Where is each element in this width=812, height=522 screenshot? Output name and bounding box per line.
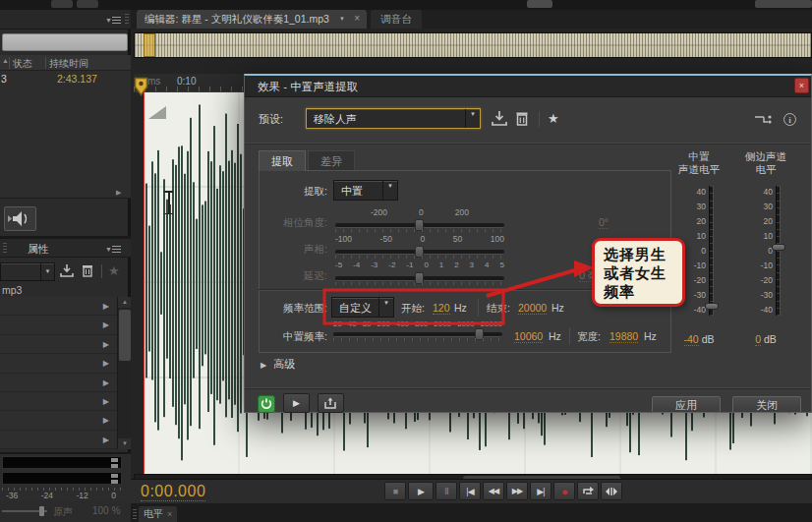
routing-icon[interactable] [754,113,774,131]
playhead-line[interactable] [144,92,145,474]
skip-to-start-button[interactable]: |◀ [459,482,481,500]
favorite-star-icon[interactable]: ★ [548,111,567,129]
workspace-button[interactable] [755,0,812,8]
scrollbar-thumb[interactable] [119,310,131,361]
play-button[interactable]: ▶ [408,482,434,500]
list-item[interactable]: ▶ [0,297,117,316]
dialog-titlebar[interactable]: 效果 - 中置声道提取 × [245,76,811,97]
sort-asc-icon[interactable]: ▲ [2,57,9,64]
apply-button[interactable]: 应用 [652,396,721,413]
expand-arrow-icon[interactable]: ▶ [103,378,109,387]
list-item[interactable]: ▶ [0,431,117,449]
expand-arrow-icon[interactable]: ▶ [103,435,109,444]
frequency-range-dropdown[interactable]: 自定义 ▼ [331,297,394,318]
toolbar-button[interactable] [51,0,73,8]
extract-dropdown[interactable]: 中置 ▼ [333,180,398,201]
tab-levels[interactable]: 电平× [139,506,177,522]
close-button[interactable]: 关闭 [732,396,801,413]
file-row[interactable]: 3 2:43.137 [0,72,131,87]
list-text: 5 [499,261,503,269]
play-entire-file-button[interactable] [318,393,344,413]
info-icon[interactable]: i [783,113,796,126]
scroll-up-icon[interactable]: ▲ [118,297,132,308]
dialog-title: 效果 - 中置声道提取 [258,80,358,94]
list-item[interactable]: ▶ [0,374,117,392]
end-value[interactable]: 20000 [518,302,547,315]
expand-arrow-icon[interactable]: ▶ [103,359,109,368]
expand-arrow-icon[interactable]: ▶ [103,416,109,425]
loop-playback-button[interactable] [577,482,599,500]
center-level-slider[interactable] [709,186,714,316]
volume-slider-handle[interactable] [39,506,44,516]
expand-arrow-icon[interactable]: ▶ [103,302,109,311]
toolbar-button[interactable] [527,0,552,8]
tab-close-icon[interactable]: × [167,509,172,519]
vertical-scrollbar[interactable]: ▲ ▼ [117,297,131,449]
file-name: 3 [1,73,7,85]
list-item[interactable]: ▶ [0,316,117,334]
save-preset-icon[interactable] [491,110,510,128]
column-status[interactable]: 状态 [13,57,32,71]
center-level-number[interactable]: -40 [684,333,699,346]
tab-dropdown-icon[interactable]: ▼ [339,16,345,22]
favorite-star-icon[interactable]: ★ [108,263,126,279]
scroll-right-icon[interactable]: ▶ [116,189,121,197]
list-item[interactable]: ▶ [0,411,117,430]
expand-arrow-icon[interactable]: ▶ [103,340,109,349]
width-value[interactable]: 19880 [609,330,638,343]
advanced-toggle[interactable]: ▶高级 [261,357,295,372]
panel-grip[interactable] [133,509,137,520]
list-item[interactable]: ▶ [0,335,117,354]
pause-button[interactable]: ‖ [435,482,457,500]
side-level-handle[interactable] [772,244,785,251]
tab-mixer[interactable]: 调音台 [371,10,422,29]
panel-menu-icon[interactable]: ▼ [105,245,121,253]
start-value[interactable]: 120 [433,302,450,315]
fast-forward-button[interactable]: ▶▶ [506,482,528,500]
center-frequency-slider[interactable] [333,332,502,337]
delete-preset-icon[interactable] [514,110,534,128]
panel-menu-icon[interactable]: ▼ [105,16,121,24]
properties-panel-title[interactable]: 属性 [28,242,49,257]
skip-to-end-button[interactable]: ▶| [530,482,551,500]
dialog-tab-difference[interactable]: 差异 [308,150,355,171]
preview-play-button[interactable]: ▶ [283,393,310,413]
record-button[interactable]: ● [553,482,575,500]
column-duration[interactable]: 持续时间 [49,57,88,71]
panel-grip[interactable] [125,14,129,26]
rewind-button[interactable]: ◀◀ [483,482,504,500]
effect-power-button[interactable] [258,395,275,413]
preset-dropdown[interactable]: ▼ [0,262,55,281]
center-frequency-value[interactable]: 10060 [514,330,543,343]
list-text: -200 [371,207,387,217]
preview-speaker-button[interactable] [4,206,36,231]
preset-dropdown[interactable]: 移除人声 ▼ [306,108,481,129]
dialog-close-button[interactable]: × [794,78,809,93]
tab-editor[interactable]: 编辑器: 群星 - 文明礼仪歌伴奏1_01.mp3 ▼ × [137,10,367,29]
timecode-display[interactable]: 0:00.000 [141,483,205,501]
volume-value[interactable]: 100 % [92,505,120,516]
files-list[interactable] [0,71,131,199]
list-item[interactable]: ▶ [0,354,117,373]
panel-grip[interactable] [3,243,7,255]
list-item[interactable]: ▶ [0,392,117,411]
center-level-handle[interactable] [705,303,719,310]
stop-button[interactable]: ■ [384,482,406,500]
waveform-overview-strip[interactable] [134,32,812,58]
preset-label: 预设: [259,112,283,127]
save-preset-icon[interactable] [59,263,77,279]
skip-selection-button[interactable] [601,482,622,500]
tab-close-icon[interactable]: × [354,13,360,24]
side-level-number[interactable]: 0 [755,333,761,346]
delete-preset-icon[interactable] [81,263,98,279]
side-level-slider[interactable] [776,186,781,316]
volume-hud-icon[interactable] [148,106,166,119]
toolbar-button[interactable] [77,0,98,8]
dialog-tab-extract[interactable]: 提取 [259,150,306,171]
view-indicator[interactable] [144,33,155,57]
scroll-down-icon[interactable]: ▼ [118,438,132,449]
center-frequency-handle[interactable] [475,328,484,340]
expand-arrow-icon[interactable]: ▶ [103,320,109,329]
files-toolbar[interactable] [2,33,128,51]
expand-arrow-icon[interactable]: ▶ [103,397,109,406]
